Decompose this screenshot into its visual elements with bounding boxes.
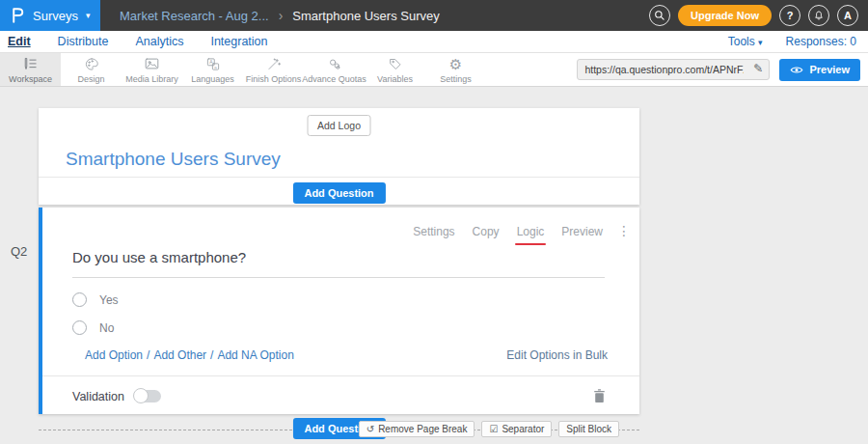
link-separator: / bbox=[147, 348, 149, 362]
question-card: Settings Copy Logic Preview ⋮ Do you use… bbox=[39, 208, 639, 414]
question-tab-logic[interactable]: Logic bbox=[517, 225, 545, 238]
survey-url-box[interactable]: ✎ bbox=[577, 59, 770, 80]
option-label[interactable]: No bbox=[99, 321, 114, 335]
tab-variables[interactable]: Variables bbox=[365, 53, 425, 86]
nav-distribute[interactable]: Distribute bbox=[58, 35, 109, 48]
tab-label: Design bbox=[77, 74, 104, 84]
question-tab-preview[interactable]: Preview bbox=[561, 225, 603, 238]
tab-label: Media Library bbox=[125, 74, 178, 84]
translate-icon: Aa bbox=[205, 56, 221, 72]
tab-languages[interactable]: Aa Languages bbox=[182, 53, 243, 86]
validation-toggle[interactable] bbox=[134, 390, 161, 402]
kebab-menu-icon[interactable]: ⋮ bbox=[617, 223, 631, 238]
chevron-down-icon: ▾ bbox=[758, 38, 763, 47]
search-button[interactable] bbox=[649, 5, 670, 26]
tab-finish-options[interactable]: Finish Options bbox=[243, 53, 304, 86]
chain-links-icon bbox=[327, 56, 342, 72]
chevron-down-icon: ▾ bbox=[86, 11, 91, 20]
header-actions: Upgrade Now ? A bbox=[649, 5, 868, 26]
toolbar-right: ✎ Preview bbox=[577, 53, 868, 86]
top-header-bar: Surveys ▾ Market Research - Aug 2... › S… bbox=[0, 0, 868, 31]
separator-button[interactable]: ☑ Separator bbox=[481, 421, 552, 437]
add-question-button-top[interactable]: Add Question bbox=[292, 182, 385, 204]
edit-options-in-bulk-link[interactable]: Edit Options in Bulk bbox=[506, 348, 608, 362]
divider bbox=[42, 375, 639, 376]
eye-icon bbox=[790, 66, 803, 74]
tab-label: Languages bbox=[191, 74, 234, 84]
tab-media-library[interactable]: Media Library bbox=[122, 53, 182, 86]
nav-integration[interactable]: Integration bbox=[210, 35, 267, 48]
surveys-menu[interactable]: Surveys ▾ bbox=[0, 0, 100, 31]
breadcrumb-folder[interactable]: Market Research - Aug 2... bbox=[120, 9, 269, 23]
survey-url-input[interactable] bbox=[578, 64, 744, 75]
edit-url-icon[interactable]: ✎ bbox=[753, 62, 763, 75]
gear-icon: ⚙ bbox=[449, 56, 462, 72]
avatar[interactable]: A bbox=[837, 5, 858, 26]
separator-label: Separator bbox=[502, 424, 544, 434]
image-icon bbox=[144, 56, 160, 72]
tab-design[interactable]: Design bbox=[61, 53, 122, 86]
question-number: Q2 bbox=[11, 244, 27, 259]
survey-title[interactable]: Smartphone Users Survey bbox=[66, 149, 281, 170]
notifications-button[interactable] bbox=[808, 5, 829, 26]
option-links-row: Add Option / Add Other / Add NA Option E… bbox=[85, 348, 608, 362]
workspace-icon bbox=[22, 56, 39, 72]
option-row-yes[interactable]: Yes bbox=[72, 292, 119, 307]
help-button[interactable]: ? bbox=[779, 5, 800, 26]
tag-icon bbox=[388, 56, 403, 72]
magic-wand-icon bbox=[266, 56, 282, 72]
option-row-no[interactable]: No bbox=[72, 320, 114, 335]
validation-label: Validation bbox=[72, 390, 124, 403]
add-option-link[interactable]: Add Option bbox=[85, 348, 143, 362]
tab-workspace[interactable]: Workspace bbox=[0, 53, 61, 86]
workspace-toolbar: Workspace Design Media Library Aa Langua… bbox=[0, 53, 868, 87]
link-separator: / bbox=[210, 348, 213, 362]
tab-label: Advance Quotas bbox=[302, 74, 366, 84]
add-logo-button[interactable]: Add Logo bbox=[307, 115, 371, 136]
bell-icon bbox=[813, 10, 825, 22]
section-nav: Edit Distribute Analytics Integration To… bbox=[0, 31, 868, 53]
option-label[interactable]: Yes bbox=[99, 293, 119, 307]
tools-menu[interactable]: Tools ▾ bbox=[728, 35, 763, 48]
split-block-label: Split Block bbox=[566, 424, 611, 434]
preview-button[interactable]: Preview bbox=[779, 59, 860, 81]
delete-question-button[interactable] bbox=[593, 389, 606, 403]
separator-checkbox-icon: ☑ bbox=[489, 424, 498, 434]
block-action-buttons: ↺ Remove Page Break ☑ Separator Split Bl… bbox=[359, 421, 619, 437]
nav-edit[interactable]: Edit bbox=[8, 35, 31, 48]
validation-row: Validation bbox=[72, 389, 606, 403]
tab-settings[interactable]: ⚙ Settings bbox=[425, 53, 486, 86]
question-tab-settings[interactable]: Settings bbox=[413, 225, 454, 238]
survey-header-card: Add Logo Smartphone Users Survey Add Que… bbox=[39, 108, 639, 205]
trash-icon bbox=[593, 389, 606, 403]
tab-label: Finish Options bbox=[246, 74, 302, 84]
product-name: Surveys bbox=[33, 9, 78, 23]
radio-icon[interactable] bbox=[72, 320, 87, 335]
breadcrumb-survey-name: Smartphone Users Survey bbox=[292, 9, 439, 23]
nav-analytics[interactable]: Analytics bbox=[135, 35, 183, 48]
remove-page-break-icon: ↺ bbox=[366, 424, 374, 434]
tab-advance-quotas[interactable]: Advance Quotas bbox=[304, 53, 365, 86]
question-text[interactable]: Do you use a smartphone? bbox=[72, 249, 605, 278]
tab-label: Settings bbox=[440, 74, 472, 84]
add-na-option-link[interactable]: Add NA Option bbox=[217, 348, 293, 362]
remove-page-break-button[interactable]: ↺ Remove Page Break bbox=[359, 421, 475, 437]
remove-page-break-label: Remove Page Break bbox=[378, 424, 467, 434]
breadcrumb-separator-icon: › bbox=[279, 8, 284, 23]
tab-label: Variables bbox=[377, 74, 413, 84]
split-block-button[interactable]: Split Block bbox=[558, 421, 619, 437]
svg-text:a: a bbox=[214, 64, 217, 69]
tools-label: Tools bbox=[728, 35, 755, 48]
nav-right: Tools ▾ Responses: 0 bbox=[728, 35, 856, 48]
palette-icon bbox=[84, 56, 99, 72]
question-tab-copy[interactable]: Copy bbox=[473, 225, 500, 238]
toggle-knob bbox=[133, 388, 149, 403]
search-icon bbox=[654, 10, 665, 21]
upgrade-now-button[interactable]: Upgrade Now bbox=[678, 5, 772, 26]
responses-count[interactable]: Responses: 0 bbox=[786, 35, 856, 48]
divider bbox=[39, 177, 639, 178]
add-other-link[interactable]: Add Other bbox=[153, 348, 206, 362]
radio-icon[interactable] bbox=[72, 292, 87, 307]
breadcrumb: Market Research - Aug 2... › Smartphone … bbox=[120, 8, 440, 23]
questionpro-logo-icon bbox=[9, 6, 26, 25]
